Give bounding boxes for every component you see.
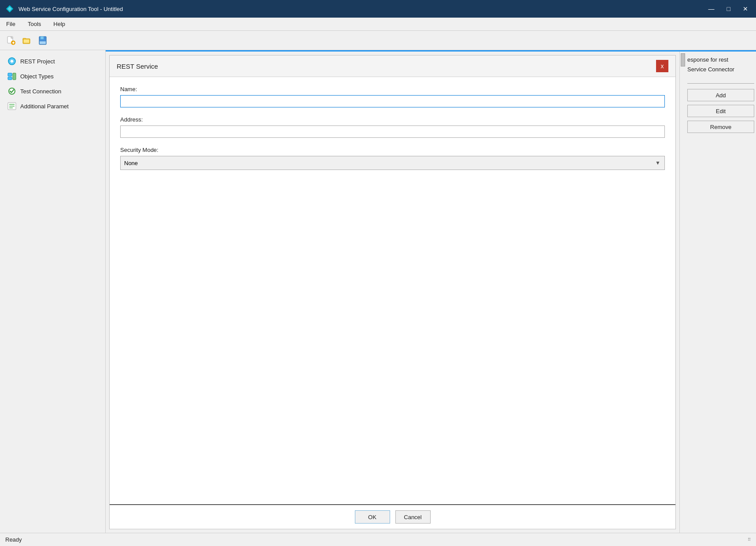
- status-text: Ready: [5, 536, 22, 543]
- open-icon: [22, 36, 32, 45]
- svg-rect-10: [41, 37, 44, 39]
- sidebar-item-rest-project[interactable]: REST Project: [0, 54, 105, 69]
- svg-rect-8: [23, 39, 30, 43]
- edit-button[interactable]: Edit: [687, 105, 754, 117]
- dialog-form: REST Service x Name: Address:: [109, 55, 676, 529]
- dialog-header: REST Service x: [110, 55, 675, 77]
- new-button[interactable]: ✦: [4, 34, 18, 47]
- dialog-scrollbar: [679, 52, 686, 533]
- svg-text:✦: ✦: [11, 41, 15, 45]
- minimize-button[interactable]: —: [706, 5, 717, 13]
- title-bar-left: Web Service Configuration Tool - Untitle…: [5, 4, 123, 13]
- maximize-button[interactable]: □: [724, 5, 733, 13]
- security-mode-select-wrapper: None Basic Windows Certificate ▼: [120, 156, 665, 170]
- resize-grip-icon: ⠿: [748, 537, 751, 542]
- add-button[interactable]: Add: [687, 89, 754, 101]
- right-info-line1: esponse for rest: [687, 56, 728, 63]
- cancel-button[interactable]: Cancel: [395, 510, 431, 524]
- test-connection-label: Test Connection: [20, 88, 61, 95]
- main-window: File Tools Help ✦: [0, 18, 756, 546]
- svg-rect-11: [40, 41, 46, 44]
- object-types-icon: [7, 71, 17, 81]
- svg-rect-15: [8, 77, 12, 80]
- title-bar: Web Service Configuration Tool - Untitle…: [0, 0, 756, 18]
- window-title: Web Service Configuration Tool - Untitle…: [18, 6, 123, 12]
- rest-project-icon: [7, 56, 17, 66]
- svg-rect-14: [8, 73, 12, 76]
- name-input[interactable]: [120, 95, 665, 107]
- status-bar: Ready ⠿: [0, 533, 756, 546]
- dialog-footer: OK Cancel: [110, 504, 675, 529]
- right-info-text: esponse for rest Service Connector: [687, 55, 754, 74]
- security-mode-label: Security Mode:: [120, 147, 665, 153]
- address-label: Address:: [120, 116, 665, 123]
- menu-tools[interactable]: Tools: [25, 20, 44, 28]
- address-input[interactable]: [120, 125, 665, 138]
- toolbar: ✦: [0, 31, 756, 50]
- menu-file[interactable]: File: [4, 20, 18, 28]
- right-info-line2: Service Connector: [687, 66, 734, 73]
- sidebar-item-object-types[interactable]: Object Types: [0, 69, 105, 84]
- scrollbar-thumb[interactable]: [681, 53, 685, 66]
- svg-point-13: [11, 60, 13, 63]
- remove-button[interactable]: Remove: [687, 121, 754, 133]
- right-panel-divider: [687, 83, 754, 84]
- sidebar-item-test-connection[interactable]: Test Connection: [0, 84, 105, 99]
- sidebar-item-additional-params[interactable]: Additional Paramet: [0, 99, 105, 114]
- main-panel: REST Service x Name: Address:: [106, 50, 756, 533]
- new-icon: ✦: [6, 36, 16, 45]
- save-button[interactable]: [36, 34, 49, 47]
- dialog-body: Name: Address: Security Mode:: [110, 77, 675, 504]
- name-label: Name:: [120, 86, 665, 92]
- ok-button[interactable]: OK: [355, 510, 390, 524]
- additional-params-icon: [7, 101, 17, 111]
- title-bar-controls: — □ ✕: [706, 5, 751, 13]
- open-button[interactable]: [20, 34, 33, 47]
- dialog-close-button[interactable]: x: [656, 60, 668, 72]
- rest-project-label: REST Project: [20, 58, 55, 65]
- app-icon: [5, 4, 14, 13]
- content-area: REST Project Object Types Test Connectio…: [0, 50, 756, 533]
- sidebar: REST Project Object Types Test Connectio…: [0, 50, 106, 533]
- test-connection-icon: [7, 86, 17, 96]
- dialog-container: REST Service x Name: Address:: [106, 52, 756, 533]
- additional-params-label: Additional Paramet: [20, 103, 69, 110]
- menu-bar: File Tools Help: [0, 18, 756, 31]
- save-icon: [38, 36, 48, 45]
- svg-rect-16: [13, 73, 16, 80]
- close-window-button[interactable]: ✕: [740, 5, 751, 13]
- right-action-panel: esponse for rest Service Connector Add E…: [686, 52, 756, 533]
- menu-help[interactable]: Help: [51, 20, 68, 28]
- object-types-label: Object Types: [20, 73, 54, 80]
- address-field-group: Address:: [120, 116, 665, 138]
- name-field-group: Name:: [120, 86, 665, 107]
- security-mode-field-group: Security Mode: None Basic Windows Certif…: [120, 147, 665, 170]
- security-mode-select[interactable]: None Basic Windows Certificate: [120, 156, 665, 170]
- dialog-title: REST Service: [117, 63, 158, 70]
